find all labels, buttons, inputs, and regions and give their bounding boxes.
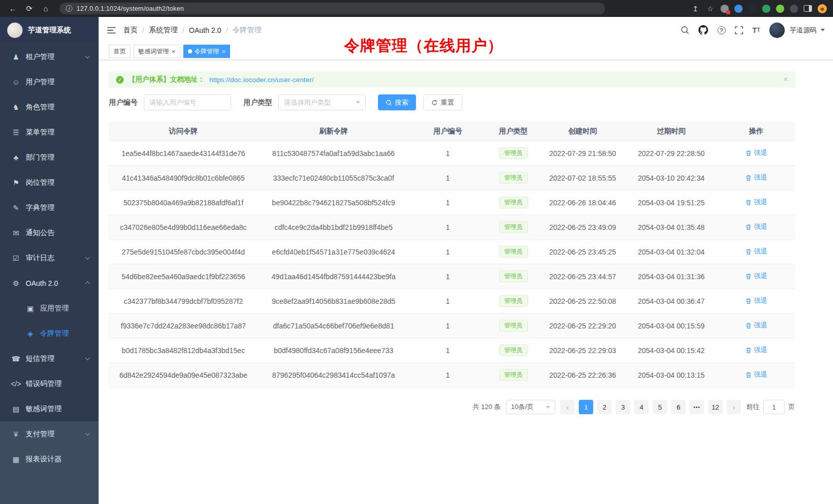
font-size-icon[interactable]: TT	[752, 26, 760, 34]
cell-refresh-token: be90422b8c7946218275a508bf524fc9	[258, 199, 409, 207]
reload-icon[interactable]: ⟳	[23, 3, 36, 15]
tenant-icon: ♟	[10, 53, 22, 61]
sidebar-item-payment[interactable]: ¥支付管理	[0, 421, 99, 447]
sidebar-item-error-code[interactable]: </>错误码管理	[0, 371, 99, 396]
force-logout-button[interactable]: 强退	[745, 222, 767, 231]
fullscreen-icon[interactable]	[735, 26, 743, 34]
sidebar-item-label: 角色管理	[26, 103, 54, 112]
share-icon[interactable]: ↥	[691, 5, 700, 13]
column-header: 刷新令牌	[258, 127, 409, 136]
sidebar-item-label: 部门管理	[26, 153, 54, 162]
cell-user-id: 1	[409, 199, 486, 207]
cell-access-token: 54d6be82ee5a460a9aedc1f9bf223656	[109, 273, 258, 281]
bookmark-star-icon[interactable]: ☆	[706, 5, 715, 13]
extension-icon-5[interactable]	[776, 5, 784, 13]
home-icon[interactable]: ⌂	[39, 3, 52, 15]
force-logout-button[interactable]: 强退	[745, 345, 767, 355]
user-id-input[interactable]	[144, 94, 231, 110]
extension-icon-1[interactable]	[721, 5, 729, 13]
force-logout-button[interactable]: 强退	[745, 148, 767, 158]
user-type-badge: 管理员	[499, 221, 528, 232]
extension-icon-3[interactable]	[748, 5, 756, 13]
page-size-select[interactable]: 10条/页	[506, 400, 555, 414]
reset-button[interactable]: 重置	[423, 94, 462, 110]
page-button-3[interactable]: 3	[616, 400, 630, 414]
force-logout-label: 强退	[754, 321, 767, 330]
sidebar-item-menu[interactable]: ☰菜单管理	[0, 120, 99, 145]
search-icon[interactable]	[680, 26, 689, 34]
search-button[interactable]: 搜索	[378, 94, 416, 110]
sidebar-item-tenant[interactable]: ♟租户管理	[0, 44, 99, 69]
hamburger-icon[interactable]	[107, 26, 116, 34]
help-icon[interactable]: ?	[717, 26, 726, 34]
content: ✓ 【用户体系】文档地址： https://doc.iocoder.cn/use…	[99, 60, 833, 414]
user-type-badge: 管理员	[499, 197, 528, 208]
page-button-12[interactable]: 12	[708, 400, 723, 414]
app-logo[interactable]: 芋道管理系统	[0, 17, 99, 43]
extension-icon-4[interactable]	[762, 5, 770, 13]
dict-icon: ✎	[10, 204, 22, 212]
doc-link[interactable]: https://doc.iocoder.cn/user-center/	[210, 76, 314, 84]
tab-home[interactable]: 首页	[109, 45, 130, 58]
goto-page-input[interactable]	[763, 400, 785, 414]
sidebar-item-oauth2-token[interactable]: ◈令牌管理	[0, 321, 99, 346]
github-icon[interactable]	[698, 25, 708, 35]
page-button-4[interactable]: 4	[634, 400, 649, 414]
sidebar-item-dept[interactable]: ♣部门管理	[0, 145, 99, 170]
force-logout-button[interactable]: 强退	[745, 272, 767, 281]
address-bar[interactable]: i 127.0.0.1:1024/system/oauth2/token	[60, 3, 605, 14]
cell-created-time: 2022-06-25 23:45:25	[540, 248, 625, 256]
sidebar-item-label: 租户管理	[26, 52, 54, 62]
page-button-5[interactable]: 5	[653, 400, 667, 414]
cell-expire-time: 2054-03-04 19:51:25	[625, 199, 717, 207]
next-page-button[interactable]: ›	[727, 400, 741, 414]
force-logout-button[interactable]: 强退	[745, 296, 767, 305]
force-logout-button[interactable]: 强退	[745, 247, 767, 256]
user-menu-caret-icon[interactable]	[821, 29, 825, 31]
page-button-1[interactable]: 1	[579, 400, 593, 414]
extension-icon-2[interactable]	[734, 5, 743, 13]
user-avatar[interactable]	[769, 23, 785, 38]
tab-oauth2-token[interactable]: 令牌管理×	[183, 45, 231, 58]
user-type-select[interactable]: 请选择用户类型	[278, 94, 366, 110]
side-panel-icon[interactable]	[804, 5, 812, 12]
sidebar-item-label: 错误码管理	[26, 379, 62, 389]
sidebar-item-sensitive-word[interactable]: ▤敏感词管理	[0, 396, 99, 421]
breadcrumb-item[interactable]: 系统管理	[149, 26, 178, 35]
sidebar-item-role[interactable]: ♞角色管理	[0, 94, 99, 120]
tab-sensitive-word[interactable]: 敏感词管理×	[134, 45, 180, 58]
prev-page-button[interactable]: ‹	[560, 400, 575, 414]
tab-close-icon[interactable]: ×	[172, 48, 176, 55]
back-icon[interactable]: ←	[6, 3, 20, 15]
sidebar-item-sms[interactable]: ☎短信管理	[0, 346, 99, 371]
force-logout-button[interactable]: 强退	[745, 370, 767, 379]
page-button-6[interactable]: 6	[671, 400, 686, 414]
force-logout-button[interactable]: 强退	[745, 321, 767, 330]
cell-user-type: 管理员	[486, 344, 540, 356]
sidebar-item-oauth2[interactable]: ⚙OAuth 2.0	[0, 270, 99, 296]
sidebar-item-report-designer[interactable]: ▦报表设计器	[0, 447, 99, 472]
user-name[interactable]: 芋道源码	[790, 26, 817, 35]
sidebar-item-label: 支付管理	[26, 430, 54, 439]
chevron-down-icon	[546, 406, 550, 409]
cell-access-token: b0d1785bc3a8482f812db4a3f3bd15ec	[109, 346, 258, 355]
breadcrumb-item[interactable]: OAuth 2.0	[189, 26, 221, 34]
tab-close-icon[interactable]: ×	[222, 48, 226, 55]
cell-actions: 强退	[717, 345, 795, 355]
extensions-puzzle-icon[interactable]	[790, 5, 798, 13]
page-button-2[interactable]: 2	[597, 400, 612, 414]
sidebar-item-post[interactable]: ⚑岗位管理	[0, 170, 99, 195]
sidebar-item-notice[interactable]: ✉通知公告	[0, 220, 99, 245]
force-logout-button[interactable]: 强退	[745, 198, 767, 207]
force-logout-button[interactable]: 强退	[745, 173, 767, 182]
breadcrumb-item[interactable]: 首页	[123, 26, 138, 35]
browser-profile-avatar[interactable]: ☻	[818, 4, 827, 13]
sidebar-item-audit-log[interactable]: ☑审计日志	[0, 245, 99, 270]
cell-user-id: 1	[409, 322, 486, 330]
alert-close-icon[interactable]: ×	[783, 75, 788, 84]
sidebar-item-dict[interactable]: ✎字典管理	[0, 195, 99, 220]
more-pages-button[interactable]: •••	[690, 400, 704, 414]
sidebar-item-oauth2-application[interactable]: ▣应用管理	[0, 296, 99, 321]
site-info-icon[interactable]: i	[66, 5, 72, 12]
sidebar-item-user[interactable]: ☺用户管理	[0, 69, 99, 94]
